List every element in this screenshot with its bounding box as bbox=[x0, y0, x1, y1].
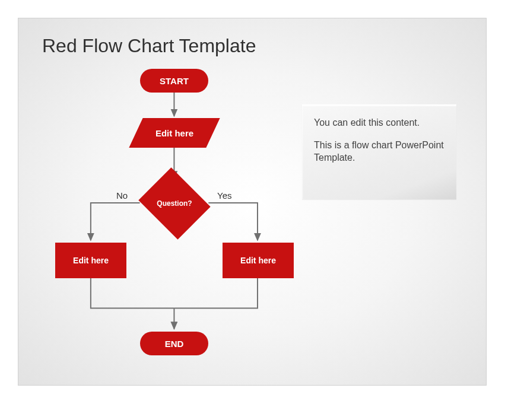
end-node: END bbox=[140, 332, 208, 355]
slide-title: Red Flow Chart Template bbox=[42, 35, 256, 57]
left-process-node: Edit here bbox=[55, 243, 126, 278]
description-line-1: You can edit this content. bbox=[314, 116, 444, 129]
start-node: START bbox=[140, 69, 208, 93]
description-textbox: You can edit this content. This is a flo… bbox=[302, 104, 456, 199]
input-node-label: Edit here bbox=[155, 128, 193, 138]
start-node-label: START bbox=[160, 76, 189, 86]
left-process-label: Edit here bbox=[73, 256, 109, 265]
description-line-2: This is a flow chart PowerPoint Template… bbox=[314, 139, 444, 164]
right-process-label: Edit here bbox=[240, 256, 276, 265]
decision-node: Question? bbox=[142, 180, 207, 227]
decision-node-label: Question? bbox=[157, 199, 192, 208]
branch-label-yes: Yes bbox=[217, 190, 231, 201]
branch-label-no: No bbox=[116, 190, 128, 201]
slide-canvas: Red Flow Chart Template START bbox=[18, 18, 487, 386]
input-node: Edit here bbox=[136, 118, 213, 148]
right-process-node: Edit here bbox=[223, 243, 294, 278]
end-node-label: END bbox=[165, 339, 184, 349]
flowchart-connectors bbox=[18, 18, 486, 385]
